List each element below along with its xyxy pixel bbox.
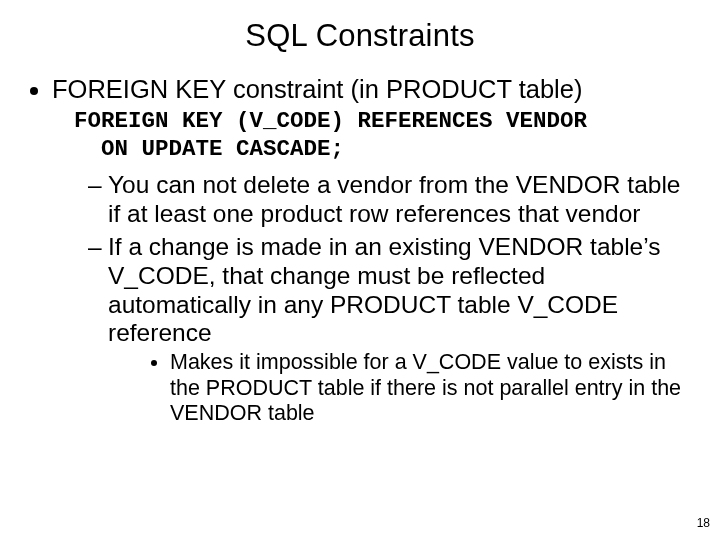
bullet-text: Makes it impossible for a V_CODE value t… [170, 350, 681, 425]
page-number: 18 [697, 516, 710, 530]
code-line: ON UPDATE CASCADE; [74, 136, 344, 162]
list-item: You can not delete a vendor from the VEN… [88, 171, 692, 229]
page-title: SQL Constraints [28, 18, 692, 54]
sub-list: You can not delete a vendor from the VEN… [52, 171, 692, 427]
slide: SQL Constraints FOREIGN KEY constraint (… [0, 0, 720, 540]
list-item: FOREIGN KEY constraint (in PRODUCT table… [52, 74, 692, 426]
code-line: FOREIGN KEY (V_CODE) REFERENCES VENDOR [74, 108, 587, 134]
bullet-text: You can not delete a vendor from the VEN… [108, 171, 680, 227]
sub-sub-list: Makes it impossible for a V_CODE value t… [108, 350, 692, 426]
list-item: If a change is made in an existing VENDO… [88, 233, 692, 427]
list-item: Makes it impossible for a V_CODE value t… [170, 350, 692, 426]
code-block: FOREIGN KEY (V_CODE) REFERENCES VENDOR O… [74, 108, 692, 163]
bullet-list: FOREIGN KEY constraint (in PRODUCT table… [28, 74, 692, 426]
bullet-text: If a change is made in an existing VENDO… [108, 233, 660, 347]
bullet-text: FOREIGN KEY constraint (in PRODUCT table… [52, 75, 582, 103]
